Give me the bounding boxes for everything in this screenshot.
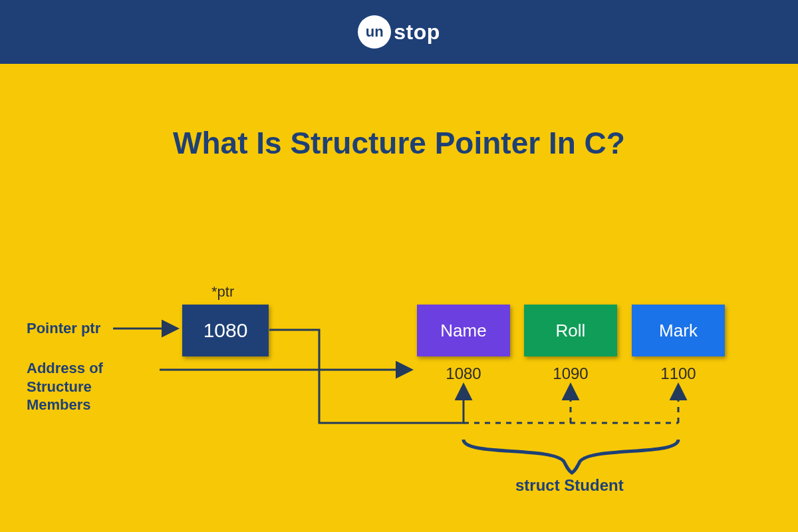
member-address-roll: 1090 bbox=[524, 364, 617, 383]
member-box-name: Name bbox=[417, 305, 510, 356]
brand-logo-circle: un bbox=[358, 15, 391, 49]
pointer-box: 1080 bbox=[182, 305, 269, 356]
member-address-mark: 1100 bbox=[632, 364, 725, 383]
pointer-deref-label: *ptr bbox=[211, 283, 234, 301]
diagram-arrows bbox=[0, 64, 798, 532]
brand-logo-text: stop bbox=[394, 20, 440, 45]
header-bar: un stop bbox=[0, 0, 798, 64]
diagram: *ptr 1080 Pointer ptr Address of Structu… bbox=[0, 64, 798, 532]
label-address-of-members: Address of Structure Members bbox=[27, 359, 103, 414]
member-box-mark: Mark bbox=[632, 305, 725, 356]
struct-label: struct Student bbox=[515, 476, 624, 495]
label-pointer-ptr: Pointer ptr bbox=[27, 319, 100, 338]
brand-logo: un stop bbox=[358, 15, 440, 49]
content-area: What Is Structure Pointer In C? *ptr 108… bbox=[0, 64, 798, 532]
member-address-name: 1080 bbox=[417, 364, 510, 383]
curly-brace-icon bbox=[464, 440, 678, 473]
member-box-roll: Roll bbox=[524, 305, 617, 356]
